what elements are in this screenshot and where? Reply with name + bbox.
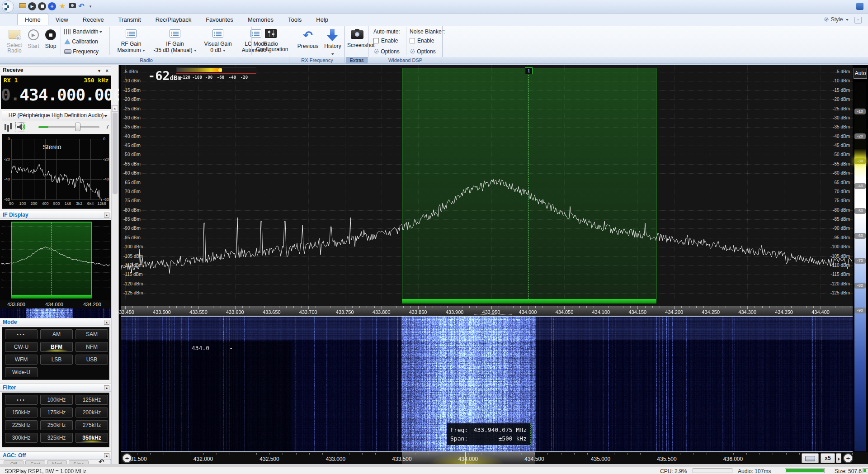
checkbox-icon[interactable] xyxy=(410,38,415,43)
tab-help[interactable]: Help xyxy=(309,14,335,25)
agc-collapse-icon[interactable]: ▲ xyxy=(104,453,109,458)
tab-view[interactable]: View xyxy=(48,14,75,25)
filter-button-150kHz[interactable]: 150kHz xyxy=(5,408,38,417)
filter-button-175kHz[interactable]: 175kHz xyxy=(40,408,73,417)
stop-icon xyxy=(45,29,56,40)
mode-button-CWU[interactable]: CW-U xyxy=(5,342,38,352)
start-button[interactable]: ▶ Start xyxy=(25,27,42,49)
style-label[interactable]: Style xyxy=(831,16,843,23)
scrollbar-thumb[interactable] xyxy=(113,113,118,194)
quickbar-dropdown-icon[interactable]: ▾ xyxy=(86,2,95,11)
frequency-digits[interactable]: 434.000.000 xyxy=(19,85,122,104)
waterfall-frequency-scale[interactable]: 431.500432.000432.500433.000433.500434.0… xyxy=(121,452,868,464)
mode-button-WFM[interactable]: WFM xyxy=(5,355,38,365)
app-logo-icon[interactable] xyxy=(2,0,14,13)
screenshot-button[interactable]: Screenshot xyxy=(347,27,367,48)
style-menu[interactable]: Style ^ xyxy=(824,16,862,24)
mode-button-[interactable]: ••• xyxy=(5,329,38,339)
tab-home[interactable]: Home xyxy=(17,14,48,25)
mode-button-SAM[interactable]: SAM xyxy=(75,329,108,339)
mode-button-USB[interactable]: USB xyxy=(75,355,108,365)
auto-range-button[interactable]: Auto xyxy=(854,68,867,79)
palette-tick--60: -60 xyxy=(854,233,866,239)
size-bar-fill xyxy=(863,469,866,472)
status-audio: Audio: 107ms xyxy=(738,468,771,474)
receive-close-icon[interactable]: × xyxy=(106,67,108,75)
panel-scrollbar[interactable]: ▲ xyxy=(111,105,118,467)
filter-collapse-icon[interactable]: ▲ xyxy=(104,385,109,390)
play-icon[interactable]: ▶ xyxy=(28,2,36,10)
open-folder-icon[interactable] xyxy=(18,2,27,11)
checkbox-icon[interactable] xyxy=(373,38,379,43)
stop-button[interactable]: Stop xyxy=(42,27,59,49)
calibration-button[interactable]: Calibration xyxy=(64,38,98,45)
radio-configuration-button[interactable]: Radio Configuration xyxy=(256,27,286,52)
filter-button-100kHz[interactable]: 100kHz xyxy=(40,395,73,405)
zoom-more-button[interactable] xyxy=(836,453,841,463)
tab-tools[interactable]: Tools xyxy=(281,14,309,25)
mode-button-NFM[interactable]: NFM xyxy=(75,342,108,352)
scrollbar-up-arrow[interactable]: ▲ xyxy=(112,105,118,112)
scale-scroll-left-button[interactable]: ◀▶ xyxy=(122,453,132,463)
main-spectrum[interactable]: -5 dBm-5 dBm-10 dBm-10 dBm-15 dBm-15 dBm… xyxy=(121,65,853,306)
filter-button-350kHz[interactable]: 350kHz xyxy=(75,433,108,443)
waterfall-frequency-label: 434.0- xyxy=(192,345,233,351)
waterfall-scale-label: 434.500 xyxy=(524,456,544,462)
mode-collapse-icon[interactable]: ▲ xyxy=(104,320,109,325)
history-icon xyxy=(322,27,344,43)
bandwidth-button[interactable]: Bandwidth xyxy=(64,28,102,35)
auto-mute-enable-checkbox[interactable]: Enable xyxy=(373,38,398,44)
scale-scroll-right-button[interactable]: ◀▶ xyxy=(843,453,853,463)
filter-button-325kHz[interactable]: 325kHz xyxy=(40,433,73,443)
filter-button-[interactable]: ••• xyxy=(5,395,38,405)
camera-icon[interactable] xyxy=(68,2,77,11)
filter-button-250kHz[interactable]: 250kHz xyxy=(40,420,73,430)
volume-slider-thumb[interactable] xyxy=(75,123,80,131)
tab-transmit[interactable]: Transmit xyxy=(111,14,148,25)
favourite-star-icon[interactable]: ★ xyxy=(58,2,67,11)
tab-receive[interactable]: Receive xyxy=(75,14,111,25)
filter-button-125kHz[interactable]: 125kHz xyxy=(75,395,108,405)
tab-memories[interactable]: Memories xyxy=(241,14,281,25)
spectrum-frequency-ruler[interactable]: 433.450433.500433.550433.600433.650433.7… xyxy=(121,306,853,316)
zoom-button[interactable]: x5 xyxy=(821,453,835,463)
if-collapse-icon[interactable]: ▲ xyxy=(104,213,109,218)
audio-spectrum-panel[interactable]: 00-20-20-40-40-60-60501002004008001k63k2… xyxy=(2,134,109,209)
select-radio-button[interactable]: ▶ Select Radio xyxy=(5,27,24,53)
mode-button-WideU[interactable]: Wide-U xyxy=(5,367,38,377)
tab-rec-playback[interactable]: Rec/Playback xyxy=(148,14,198,25)
keyboard-icon xyxy=(805,456,815,461)
noise-blanker-options-button[interactable]: Options xyxy=(410,47,436,55)
filter-button-300kHz[interactable]: 300kHz xyxy=(5,433,38,443)
ribbon-drop-rf-gain[interactable]: RF GainMaximum xyxy=(113,27,149,53)
if-display-panel[interactable]: ····································433.… xyxy=(0,220,111,318)
auto-mute-options-button[interactable]: Options xyxy=(373,47,400,55)
previous-frequency-button[interactable]: ↶ Previous xyxy=(295,27,321,49)
frequency-button[interactable]: Frequency xyxy=(64,48,99,55)
mode-button-BFM[interactable]: BFM xyxy=(40,342,73,352)
frequency-display[interactable]: RX 1 350 kHz 0.434.000.000 xyxy=(1,76,111,109)
equalizer-icon[interactable] xyxy=(5,124,6,130)
mode-button-AM[interactable]: AM xyxy=(40,329,73,339)
speaker-icon[interactable] xyxy=(15,122,26,132)
history-button[interactable]: History xyxy=(322,27,344,58)
tab-favourites[interactable]: Favourites xyxy=(198,14,241,25)
filter-button-200kHz[interactable]: 200kHz xyxy=(75,408,108,417)
mode-button-LSB[interactable]: LSB xyxy=(40,355,73,365)
frequency-entry-button[interactable] xyxy=(802,453,819,463)
noise-blanker-enable-checkbox[interactable]: Enable xyxy=(410,38,434,44)
stop-icon[interactable] xyxy=(38,2,46,10)
main-waterfall[interactable]: 434.0- Freq:433.940.075 MHz Span:±500 kH… xyxy=(121,317,853,451)
minimize-ribbon-icon[interactable]: ^ xyxy=(854,17,862,24)
add-icon[interactable]: + xyxy=(48,2,56,10)
ribbon-group-label-radio: Radio xyxy=(4,57,289,64)
audio-device-select[interactable]: HP (Périphérique High Definition Audio) xyxy=(2,111,110,120)
filter-button-225kHz[interactable]: 225kHz xyxy=(5,420,38,430)
filter-button-275kHz[interactable]: 275kHz xyxy=(75,420,108,430)
titlebar-right-icon[interactable] xyxy=(856,3,863,10)
ribbon-drop-if-gain[interactable]: IF Gain-35 dB (Manual) xyxy=(150,27,200,53)
right-arrow-icon xyxy=(838,457,840,461)
receive-collapse-icon[interactable]: ▼ xyxy=(97,67,101,75)
undo-icon[interactable]: ↶ xyxy=(77,2,86,11)
ribbon-drop-visual-gain[interactable]: Visual Gain0 dB xyxy=(201,27,235,53)
